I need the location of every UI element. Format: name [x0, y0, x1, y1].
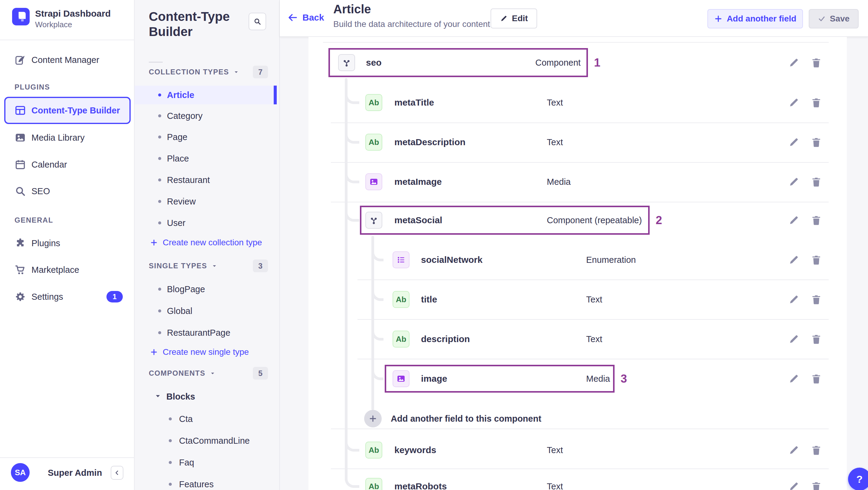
plus-circle-icon — [364, 410, 382, 427]
save-label: Save — [830, 14, 849, 24]
row-divider — [331, 162, 829, 163]
panel-item-review[interactable]: Review — [167, 195, 196, 208]
plus-icon — [150, 239, 158, 246]
panel-item-article-highlight[interactable] — [134, 86, 274, 104]
delete-field-button[interactable] — [810, 294, 822, 305]
user-avatar[interactable]: SA — [11, 463, 30, 482]
bullet-icon — [158, 331, 161, 334]
edit-field-button[interactable] — [788, 444, 800, 456]
text-field-icon: Ab — [365, 478, 382, 490]
edit-field-button[interactable] — [788, 97, 800, 108]
panel-item-faq[interactable]: Faq — [179, 456, 194, 468]
search-icon — [14, 185, 26, 197]
fields-list-card — [309, 37, 847, 490]
bullet-icon — [158, 135, 161, 139]
edit-field-button[interactable] — [788, 254, 800, 266]
annotation-box-3 — [385, 365, 615, 393]
bullet-icon — [158, 288, 161, 291]
bullet-icon — [169, 483, 172, 486]
save-button[interactable]: Save — [809, 9, 859, 28]
create-collection-type-link[interactable]: Create new collection type — [150, 238, 262, 247]
strapi-logo[interactable] — [12, 8, 30, 25]
delete-field-button[interactable] — [810, 136, 822, 148]
edit-field-button[interactable] — [788, 176, 800, 187]
text-field-icon: Ab — [365, 94, 382, 111]
panel-title: Content-Type Builder — [149, 9, 249, 39]
edit-field-button[interactable] — [788, 294, 800, 305]
bullet-icon — [158, 93, 161, 96]
bullet-icon — [158, 179, 161, 182]
field-type: Text — [586, 291, 602, 308]
text-field-icon: Ab — [365, 441, 382, 459]
help-button[interactable]: ? — [848, 468, 868, 490]
edit-field-button[interactable] — [788, 373, 800, 385]
image-icon — [14, 132, 26, 143]
create-single-type-link[interactable]: Create new single type — [150, 347, 249, 357]
edit-field-button[interactable] — [788, 57, 800, 68]
panel-item-global[interactable]: Global — [167, 305, 192, 317]
plus-icon — [150, 348, 158, 356]
row-divider — [323, 42, 829, 43]
edit-field-button[interactable] — [788, 481, 800, 490]
collapse-sidebar-button[interactable] — [111, 466, 123, 480]
panel-item-blogpage[interactable]: BlogPage — [167, 283, 205, 295]
row-divider — [331, 123, 829, 123]
delete-field-button[interactable] — [810, 481, 822, 490]
chevron-down-icon — [211, 263, 217, 269]
field-type: Enumeration — [586, 251, 636, 268]
annotation-box-2 — [360, 206, 650, 235]
collection-types-count: 7 — [253, 66, 268, 78]
add-another-field-button[interactable]: Add another field — [707, 9, 803, 28]
panel-item-restaurantpage[interactable]: RestaurantPage — [167, 327, 230, 339]
bullet-icon — [158, 309, 161, 312]
panel-item-user[interactable]: User — [167, 217, 185, 229]
single-types-header[interactable]: SINGLE TYPES — [149, 261, 217, 271]
panel-item-place[interactable]: Place — [167, 152, 189, 164]
field-name: keywords — [394, 441, 436, 459]
page-header: Back Article Build the data architecture… — [280, 0, 868, 37]
delete-field-button[interactable] — [810, 214, 822, 226]
field-type: Text — [547, 134, 563, 151]
panel-item-page[interactable]: Page — [167, 131, 187, 143]
create-link-label: Create new single type — [163, 347, 249, 357]
delete-field-button[interactable] — [810, 57, 822, 68]
delete-field-button[interactable] — [810, 97, 822, 108]
field-name: metaTitle — [394, 94, 434, 111]
edit-field-button[interactable] — [788, 333, 800, 345]
main-sidebar: Strapi Dashboard Workplace Content Manag… — [0, 0, 134, 490]
delete-field-button[interactable] — [810, 254, 822, 266]
panel-item-article[interactable]: Article — [167, 89, 194, 101]
content-type-builder-panel: Content-Type Builder COLLECTION TYPES 7 … — [134, 0, 280, 490]
components-header[interactable]: COMPONENTS — [149, 368, 216, 378]
section-label: SINGLE TYPES — [149, 262, 207, 270]
delete-field-button[interactable] — [810, 333, 822, 345]
row-divider — [331, 202, 829, 202]
edit-field-button[interactable] — [788, 214, 800, 226]
edit-button[interactable]: Edit — [491, 8, 537, 28]
panel-item-cta[interactable]: Cta — [179, 413, 193, 425]
add-field-to-component-label: Add another field to this component — [391, 410, 541, 427]
chevron-down-icon — [233, 69, 239, 75]
delete-field-button[interactable] — [810, 176, 822, 187]
delete-field-button[interactable] — [810, 444, 822, 456]
strapi-content-type-builder-app: Strapi Dashboard Workplace Content Manag… — [0, 0, 868, 490]
panel-item-ctacommandline[interactable]: CtaCommandLine — [179, 435, 250, 447]
edit-field-button[interactable] — [788, 136, 800, 148]
field-type: Text — [586, 331, 602, 347]
single-types-count: 3 — [253, 259, 268, 272]
text-field-icon: Ab — [393, 291, 409, 308]
panel-item-restaurant[interactable]: Restaurant — [167, 174, 210, 186]
row-divider — [358, 319, 829, 320]
text-field-icon: Ab — [365, 134, 382, 151]
field-type: Text — [547, 94, 563, 111]
delete-field-button[interactable] — [810, 373, 822, 385]
collection-types-header[interactable]: COLLECTION TYPES — [149, 67, 239, 77]
row-divider — [331, 429, 829, 429]
sidebar-item-label: Plugins — [31, 237, 60, 249]
back-link[interactable]: Back — [287, 12, 324, 23]
search-content-types-button[interactable] — [249, 13, 266, 30]
arrow-left-icon — [287, 12, 298, 23]
active-item-bar — [274, 86, 277, 104]
panel-item-category[interactable]: Category — [167, 110, 203, 122]
panel-item-features[interactable]: Features — [179, 478, 214, 490]
